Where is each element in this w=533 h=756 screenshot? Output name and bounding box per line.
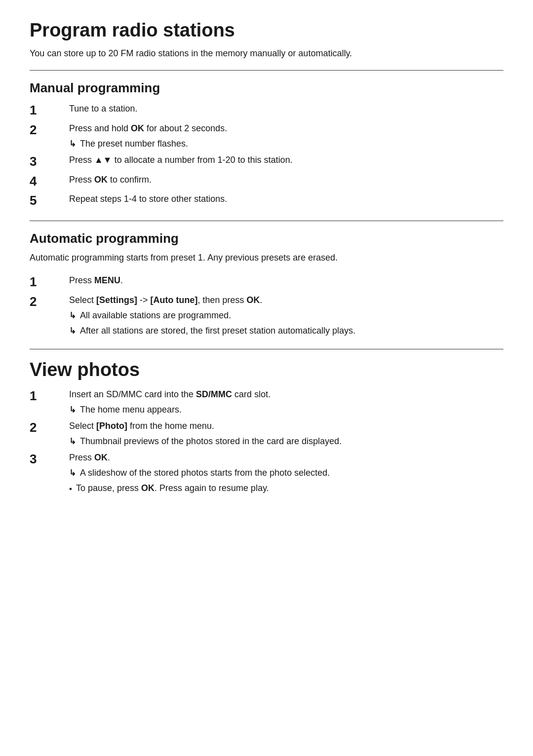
arrow-icon: ↳: [69, 467, 76, 480]
sub-item-bullet: • To pause, press OK. Press again to res…: [69, 482, 503, 495]
view-photos-title: View photos: [30, 359, 503, 380]
step-content: Press OK to confirm.: [69, 172, 503, 191]
ok-label: OK: [131, 123, 144, 133]
arrow-icon: ↳: [69, 325, 76, 338]
table-row: 1 Tune to a station.: [30, 101, 503, 120]
table-row: 1 Press MENU.: [30, 272, 503, 292]
table-row: 2 Press and hold OK for about 2 seconds.…: [30, 120, 503, 152]
step-content: Tune to a station.: [69, 101, 503, 120]
table-row: 2 Select [Photo] from the home menu. ↳ T…: [30, 418, 503, 450]
ok-label: OK: [141, 483, 154, 493]
ok-label: OK: [94, 453, 108, 462]
sub-item-text: To pause, press OK. Press again to resum…: [76, 482, 269, 495]
sub-item: ↳ The preset number flashes.: [69, 137, 503, 151]
program-radio-intro: You can store up to 20 FM radio stations…: [30, 47, 503, 60]
step-number: 5: [30, 191, 69, 211]
settings-label: [Settings]: [96, 295, 137, 305]
table-row: 4 Press OK to confirm.: [30, 172, 503, 191]
arrow-icon: ↳: [69, 138, 76, 151]
sub-item: ↳ Thumbnail previews of the photos store…: [69, 435, 503, 448]
arrow-icon: ↳: [69, 435, 76, 448]
step-number: 1: [30, 386, 69, 418]
program-radio-section: Program radio stations You can store up …: [30, 20, 503, 339]
step-content: Select [Settings] -> [Auto tune], then p…: [69, 292, 503, 339]
view-photos-section: View photos 1 Insert an SD/MMC card into…: [30, 359, 503, 497]
arrow-icon: ↳: [69, 404, 76, 416]
step-number: 3: [30, 152, 69, 172]
step-content: Insert an SD/MMC card into the SD/MMC ca…: [69, 386, 503, 418]
program-radio-title: Program radio stations: [30, 20, 503, 41]
sub-item-text: After all stations are stored, the first…: [80, 324, 355, 338]
table-row: 3 Press OK. ↳ A slideshow of the stored …: [30, 450, 503, 497]
menu-label: MENU: [94, 275, 120, 285]
manual-steps-table: 1 Tune to a station. 2 Press and hold OK…: [30, 101, 503, 211]
step-number: 2: [30, 418, 69, 450]
step-number: 2: [30, 120, 69, 152]
sub-item: ↳ After all stations are stored, the fir…: [69, 324, 503, 338]
step-content: Press ▲▼ to allocate a number from 1-20 …: [69, 152, 503, 172]
sub-item-text: A slideshow of the stored photos starts …: [80, 466, 330, 480]
sub-item-text: Thumbnail previews of the photos stored …: [80, 435, 342, 448]
step-number: 4: [30, 172, 69, 191]
automatic-steps-table: 1 Press MENU. 2 Select [Settings] -> [Au…: [30, 272, 503, 339]
table-row: 3 Press ▲▼ to allocate a number from 1-2…: [30, 152, 503, 172]
sub-item: ↳ All available stations are programmed.: [69, 309, 503, 322]
sdmmc-label: SD/MMC: [196, 389, 232, 399]
step-content: Press MENU.: [69, 272, 503, 292]
autotune-label: [Auto tune]: [151, 295, 198, 305]
step-number: 2: [30, 292, 69, 339]
manual-programming-section: Manual programming 1 Tune to a station. …: [30, 80, 503, 211]
arrow-icon: ↳: [69, 309, 76, 322]
view-photos-steps-table: 1 Insert an SD/MMC card into the SD/MMC …: [30, 386, 503, 497]
arrow-keys-label: ▲▼: [94, 155, 112, 165]
divider-3: [30, 349, 503, 349]
automatic-programming-section: Automatic programming Automatic programm…: [30, 231, 503, 339]
step-number: 3: [30, 450, 69, 497]
ok-label: OK: [94, 175, 108, 185]
sub-item: ↳ A slideshow of the stored photos start…: [69, 466, 503, 480]
divider-2: [30, 221, 503, 221]
step-number: 1: [30, 272, 69, 292]
step-content: Select [Photo] from the home menu. ↳ Thu…: [69, 418, 503, 450]
bullet-icon: •: [69, 483, 72, 495]
automatic-programming-intro: Automatic programming starts from preset…: [30, 251, 503, 265]
sub-item: ↳ The home menu appears.: [69, 403, 503, 416]
photo-label: [Photo]: [96, 421, 127, 431]
sub-item-text: The home menu appears.: [80, 403, 182, 416]
sub-item-text: All available stations are programmed.: [80, 309, 231, 322]
sub-item-text: The preset number flashes.: [80, 137, 188, 151]
step-content: Press OK. ↳ A slideshow of the stored ph…: [69, 450, 503, 497]
ok-label: OK: [247, 295, 260, 305]
step-content: Press and hold OK for about 2 seconds. ↳…: [69, 120, 503, 152]
step-content: Repeat steps 1-4 to store other stations…: [69, 191, 503, 211]
automatic-programming-title: Automatic programming: [30, 231, 503, 246]
table-row: 2 Select [Settings] -> [Auto tune], then…: [30, 292, 503, 339]
table-row: 5 Repeat steps 1-4 to store other statio…: [30, 191, 503, 211]
step-number: 1: [30, 101, 69, 120]
table-row: 1 Insert an SD/MMC card into the SD/MMC …: [30, 386, 503, 418]
manual-programming-title: Manual programming: [30, 80, 503, 96]
divider-1: [30, 70, 503, 71]
